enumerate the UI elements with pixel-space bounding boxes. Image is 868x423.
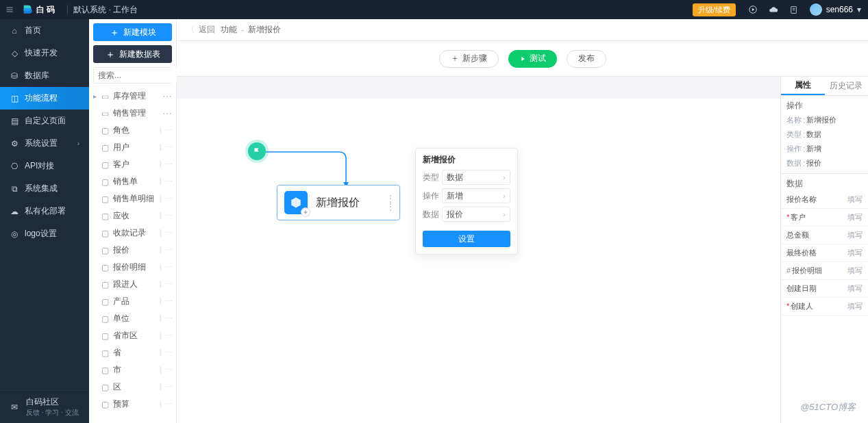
data-field-row[interactable]: 创建人填写 xyxy=(781,298,868,316)
field-label: 最终价格 xyxy=(786,248,817,258)
sidebar-item-7[interactable]: ⧉系统集成 xyxy=(0,177,89,200)
config-icon[interactable]: ⦚⋯ xyxy=(159,143,172,152)
config-icon[interactable]: ⦚⋯ xyxy=(159,246,172,255)
flow-canvas[interactable]: ＋ 新增报价 ⋮⋮ 新增报价 类型数据›操作新增›数据报价› 设置 xyxy=(177,77,780,423)
field-label: 报价名称 xyxy=(786,194,817,205)
workspace-label[interactable]: 默认系统 · 工作台 xyxy=(73,4,138,16)
popover-row-label: 数据 xyxy=(423,209,442,220)
new-module-button[interactable]: ＋新建模块 xyxy=(93,23,172,41)
tree-item[interactable]: ▢省市区⦚⋯ xyxy=(89,327,176,344)
menu-toggle-icon[interactable] xyxy=(0,0,19,19)
config-icon[interactable]: ⦚⋯ xyxy=(159,348,172,357)
data-field-row[interactable]: 报价名称填写 xyxy=(781,191,868,209)
config-icon[interactable]: ⦚⋯ xyxy=(159,194,172,203)
config-icon[interactable]: ⦚⋯ xyxy=(159,280,172,289)
avatar[interactable] xyxy=(810,3,822,16)
config-icon[interactable]: ⦚⋯ xyxy=(159,314,172,323)
sidebar-item-1[interactable]: ◇快速开发 xyxy=(0,42,89,64)
play-icon[interactable] xyxy=(745,2,760,17)
sidebar-item-0[interactable]: ⌂首页 xyxy=(0,19,89,42)
data-field-row[interactable]: 创建日期填写 xyxy=(781,280,868,298)
prop-value: 报价 xyxy=(806,158,821,168)
publish-button[interactable]: 发布 xyxy=(567,50,606,68)
config-icon[interactable]: ⦚⋯ xyxy=(159,126,172,135)
new-step-button[interactable]: ＋新步骤 xyxy=(439,50,499,68)
popover-row-select[interactable]: 新增› xyxy=(442,188,510,203)
sidebar-item-3[interactable]: ◫功能流程 xyxy=(0,87,89,110)
tree-item[interactable]: ▢报价⦚⋯ xyxy=(89,242,176,259)
tree-item[interactable]: ▢单位⦚⋯ xyxy=(89,310,176,327)
chevron-left-icon[interactable]: 〈 xyxy=(186,24,195,36)
tree-item[interactable]: ▢预算⦚⋯ xyxy=(89,396,176,413)
sidebar-item-8[interactable]: ☁私有化部署 xyxy=(0,200,89,222)
popover-set-button[interactable]: 设置 xyxy=(423,231,510,247)
field-label: 客户 xyxy=(786,212,806,222)
divider xyxy=(67,5,68,14)
flow-node-card[interactable]: ＋ 新增报价 ⋮⋮ xyxy=(277,185,400,220)
test-button[interactable]: 测试 xyxy=(508,50,557,68)
popover-row-select[interactable]: 数据› xyxy=(442,170,510,185)
config-icon[interactable]: ⦚⋯ xyxy=(159,400,172,409)
new-table-button[interactable]: ＋新建数据表 xyxy=(93,45,172,63)
popover-row-select[interactable]: 报价› xyxy=(442,207,510,222)
config-icon[interactable]: ⦚⋯ xyxy=(159,331,172,340)
sidebar-item-5[interactable]: ⚙系统设置› xyxy=(0,132,89,155)
tree-item[interactable]: ▢区⦚⋯ xyxy=(89,379,176,396)
data-field-row[interactable]: 总金额填写 xyxy=(781,227,868,244)
new-table-label: 新建数据表 xyxy=(119,49,160,60)
config-icon[interactable]: ⦚⋯ xyxy=(159,229,172,238)
data-field-row[interactable]: 客户填写 xyxy=(781,209,868,227)
sidebar-item-9[interactable]: ◎logo设置 xyxy=(0,222,89,245)
config-icon[interactable]: ⦚⋯ xyxy=(159,160,172,169)
tree-item[interactable]: ▢用户⦚⋯ xyxy=(89,139,176,156)
back-link[interactable]: 返回 xyxy=(199,24,215,36)
sidebar-item-4[interactable]: ▤自定义页面 xyxy=(0,110,89,132)
sidebar-item-2[interactable]: ⛁数据库 xyxy=(0,64,89,87)
breadcrumb: 〈 返回 功能 - 新增报价 xyxy=(177,19,868,41)
username[interactable]: sen666 xyxy=(826,5,857,14)
sidebar-item-6[interactable]: ⎔API对接 xyxy=(0,155,89,177)
tree-item[interactable]: ▸▭库存管理⋯ xyxy=(89,88,176,105)
popover-row-label: 操作 xyxy=(423,190,442,202)
nav-label: 功能流程 xyxy=(25,92,58,104)
tree-item[interactable]: ▢跟进人⦚⋯ xyxy=(89,276,176,293)
upgrade-badge[interactable]: 升级/续费 xyxy=(693,3,736,16)
tree-item[interactable]: ▢销售单⦚⋯ xyxy=(89,173,176,190)
config-icon[interactable]: ⦚⋯ xyxy=(159,297,172,306)
config-icon[interactable]: ⦚⋯ xyxy=(159,383,172,392)
tree-item[interactable]: ▢收款记录⦚⋯ xyxy=(89,225,176,242)
tree-item[interactable]: ▭销售管理⋯ xyxy=(89,105,176,122)
data-field-row[interactable]: 报价明细填写 xyxy=(781,262,868,280)
sidebar-community[interactable]: ✉白码社区反馈 · 学习 · 交流 xyxy=(0,390,89,423)
data-field-row[interactable]: 最终价格填写 xyxy=(781,244,868,262)
tree-item[interactable]: ▢销售单明细⦚⋯ xyxy=(89,190,176,207)
cloud-icon[interactable] xyxy=(766,2,781,17)
brand-logo[interactable]: 白 码 xyxy=(19,4,62,16)
main-area: 〈 返回 功能 - 新增报价 ＋新步骤 测试 发布 xyxy=(177,19,868,423)
tree-item[interactable]: ▢客户⦚⋯ xyxy=(89,156,176,173)
tab-history[interactable]: 历史记录 xyxy=(825,77,869,95)
tree-label: 单位 xyxy=(113,313,129,324)
nav-label: API对接 xyxy=(25,160,54,172)
tree-item[interactable]: ▢角色⦚⋯ xyxy=(89,122,176,139)
start-node[interactable] xyxy=(248,142,266,160)
tree-item[interactable]: ▢应收⦚⋯ xyxy=(89,207,176,225)
tree-item[interactable]: ▢市⦚⋯ xyxy=(89,361,176,379)
plus-icon[interactable]: ＋ xyxy=(301,207,310,217)
config-icon[interactable]: ⦚⋯ xyxy=(159,177,172,186)
doc-icon[interactable] xyxy=(786,2,802,17)
tree-item[interactable]: ▢产品⦚⋯ xyxy=(89,293,176,310)
tab-properties[interactable]: 属性 xyxy=(781,77,825,95)
prop-value: 数据 xyxy=(806,129,821,140)
chevron-down-icon[interactable]: ▾ xyxy=(857,5,861,14)
node-more-icon[interactable]: ⋮⋮ xyxy=(386,194,395,211)
nav-label: 私有化部署 xyxy=(25,205,66,217)
config-icon[interactable]: ⦚⋯ xyxy=(159,212,172,220)
field-value: 填写 xyxy=(847,283,863,294)
config-icon[interactable]: ⦚⋯ xyxy=(159,366,172,374)
prop-value: 新增 xyxy=(806,144,821,154)
tree-item[interactable]: ▢省⦚⋯ xyxy=(89,344,176,361)
config-icon[interactable]: ⦚⋯ xyxy=(159,263,172,272)
prop-key: 名称 xyxy=(786,115,802,125)
tree-item[interactable]: ▢报价明细⦚⋯ xyxy=(89,259,176,276)
